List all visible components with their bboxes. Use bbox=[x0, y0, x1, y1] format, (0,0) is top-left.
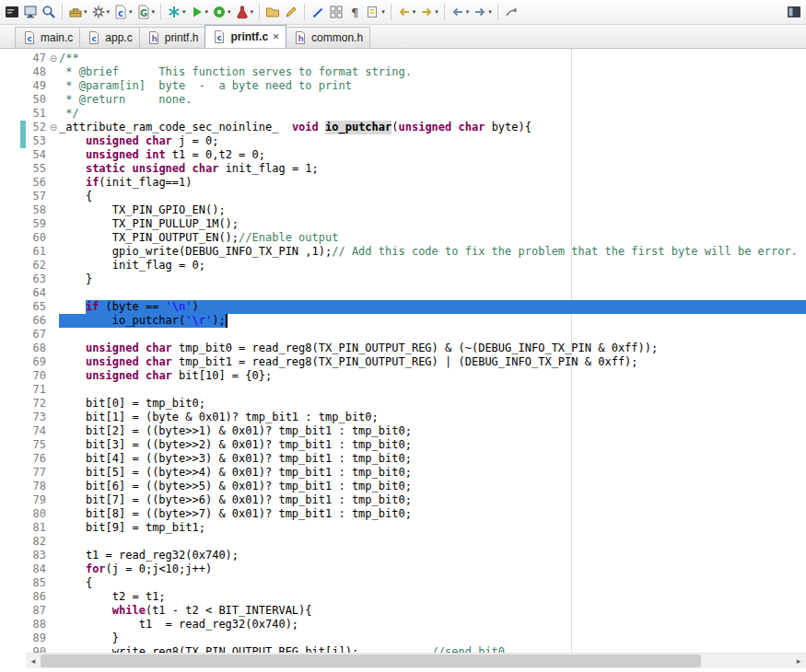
code-text[interactable]: bit[9] = tmp_bit1; bbox=[59, 521, 806, 535]
line-number[interactable]: 82 bbox=[26, 535, 48, 549]
run-config-button[interactable]: ▾ bbox=[210, 2, 233, 22]
code-text[interactable]: static unsigned char init_flag = 1; bbox=[59, 162, 806, 176]
line-number[interactable]: 58 bbox=[26, 203, 48, 217]
code-text[interactable]: /** bbox=[59, 52, 806, 65]
perspective-button[interactable] bbox=[785, 2, 803, 22]
code-editor[interactable]: 47⊖/**48 * @brief This function serves t… bbox=[0, 49, 806, 653]
code-text[interactable]: bit[3] = ((byte>>2) & 0x01)? tmp_bit1 : … bbox=[59, 438, 806, 452]
line-number[interactable]: 67 bbox=[26, 328, 48, 342]
code-text[interactable]: bit[5] = ((byte>>4) & 0x01)? tmp_bit1 : … bbox=[59, 466, 806, 480]
code-text[interactable]: t2 = t1; bbox=[59, 590, 806, 604]
code-text[interactable] bbox=[59, 328, 806, 342]
dropdown-arrow-icon[interactable]: ▾ bbox=[205, 8, 209, 16]
code-text[interactable]: bit[8] = ((byte>>7) & 0x01)? tmp_bit1 : … bbox=[59, 507, 806, 521]
line-number[interactable]: 90 bbox=[26, 645, 48, 653]
tab-printf-c[interactable]: cprintf.c× bbox=[204, 25, 286, 48]
line-number[interactable]: 52 bbox=[26, 121, 48, 134]
code-text[interactable]: bit[1] = (byte & 0x01)? tmp_bit1 : tmp_b… bbox=[59, 411, 806, 424]
pencil-button[interactable] bbox=[282, 2, 300, 22]
line-number[interactable]: 55 bbox=[26, 162, 48, 176]
dropdown-arrow-icon[interactable]: ▾ bbox=[182, 8, 186, 16]
code-text[interactable]: if(init_flag==1) bbox=[59, 176, 806, 190]
tab-app-c[interactable]: capp.c bbox=[79, 27, 139, 48]
pen-button[interactable] bbox=[309, 2, 327, 22]
code-text[interactable]: { bbox=[59, 190, 806, 203]
line-number[interactable]: 83 bbox=[26, 549, 48, 562]
codegen-button[interactable]: ▾ bbox=[89, 2, 112, 22]
nav-back-button[interactable]: ▾ bbox=[449, 2, 472, 22]
code-text[interactable]: } bbox=[59, 631, 806, 645]
line-number[interactable]: 66 bbox=[26, 314, 48, 328]
line-number[interactable]: 80 bbox=[26, 507, 48, 521]
code-text[interactable]: * @return none. bbox=[59, 93, 806, 107]
code-text[interactable] bbox=[59, 535, 806, 549]
scrollbar-thumb[interactable] bbox=[41, 655, 701, 667]
code-text[interactable]: unsigned char bit[10] = {0}; bbox=[59, 369, 806, 383]
code-text[interactable]: unsigned int t1 = 0,t2 = 0; bbox=[59, 148, 806, 162]
code-text[interactable]: while(t1 - t2 < BIT_INTERVAL){ bbox=[59, 604, 806, 618]
tab-printf-h[interactable]: hprintf.h bbox=[139, 27, 206, 48]
code-text[interactable]: bit[6] = ((byte>>5) & 0x01)? tmp_bit1 : … bbox=[59, 480, 806, 493]
line-number[interactable]: 78 bbox=[26, 480, 48, 493]
line-number[interactable]: 59 bbox=[26, 217, 48, 231]
grid-button[interactable] bbox=[327, 2, 345, 22]
line-number[interactable]: 84 bbox=[26, 562, 48, 576]
horizontal-scrollbar[interactable]: ◂ ▸ bbox=[26, 653, 806, 668]
scroll-right-arrow-icon[interactable]: ▸ bbox=[791, 656, 806, 666]
dropdown-arrow-icon[interactable]: ▾ bbox=[466, 8, 470, 16]
console-button[interactable] bbox=[3, 2, 21, 22]
code-text[interactable] bbox=[59, 286, 806, 300]
search-button[interactable] bbox=[40, 2, 58, 22]
line-number[interactable]: 65 bbox=[26, 300, 48, 314]
folder-button[interactable] bbox=[263, 2, 282, 22]
code-text[interactable]: unsigned char j = 0; bbox=[59, 134, 806, 148]
code-text[interactable]: bit[2] = ((byte>>1) & 0x01)? tmp_bit1 : … bbox=[59, 424, 806, 438]
code-text[interactable]: bit[4] = ((byte>>3) & 0x01)? tmp_bit1 : … bbox=[59, 452, 806, 466]
line-number[interactable]: 57 bbox=[26, 190, 48, 203]
line-number[interactable]: 77 bbox=[26, 466, 48, 480]
tab-common-h[interactable]: hcommon.h bbox=[286, 27, 370, 48]
line-number[interactable]: 75 bbox=[26, 438, 48, 452]
code-text[interactable]: */ bbox=[59, 107, 806, 121]
new-class-button[interactable]: G▾ bbox=[134, 2, 158, 22]
line-number[interactable]: 69 bbox=[26, 355, 48, 369]
tab-main-c[interactable]: cmain.c bbox=[15, 27, 80, 48]
monitor-button[interactable] bbox=[21, 2, 40, 22]
new-wizard-button[interactable]: ▾ bbox=[66, 2, 89, 22]
line-number[interactable]: 47 bbox=[26, 52, 48, 65]
line-number[interactable]: 73 bbox=[26, 411, 48, 424]
debug-button[interactable]: ▾ bbox=[165, 2, 188, 22]
code-text[interactable]: write_reg8(TX_PIN_OUTPUT_REG,bit[j]); //… bbox=[59, 645, 806, 653]
line-number[interactable]: 81 bbox=[26, 521, 48, 535]
dropdown-arrow-icon[interactable]: ▾ bbox=[381, 8, 385, 16]
dropdown-arrow-icon[interactable]: ▾ bbox=[488, 8, 492, 16]
line-number[interactable]: 50 bbox=[26, 93, 48, 107]
line-number[interactable]: 61 bbox=[26, 245, 48, 259]
line-number[interactable]: 68 bbox=[26, 342, 48, 355]
line-number[interactable]: 53 bbox=[26, 134, 48, 148]
line-number[interactable]: 62 bbox=[26, 259, 48, 272]
code-text[interactable]: for(j = 0;j<10;j++) bbox=[59, 562, 806, 576]
dropdown-arrow-icon[interactable]: ▾ bbox=[129, 8, 133, 16]
line-number[interactable]: 49 bbox=[26, 79, 48, 93]
code-text[interactable]: bit[7] = ((byte>>6) & 0x01)? tmp_bit1 : … bbox=[59, 493, 806, 507]
flask-button[interactable]: ▾ bbox=[233, 2, 256, 22]
code-text[interactable]: t1 = read_reg32(0x740); bbox=[59, 549, 806, 562]
line-number[interactable]: 51 bbox=[26, 107, 48, 121]
new-c-file-button[interactable]: c▾ bbox=[111, 2, 134, 22]
line-number[interactable]: 70 bbox=[26, 369, 48, 383]
scrollbar-track[interactable] bbox=[41, 654, 791, 668]
line-number[interactable]: 72 bbox=[26, 397, 48, 411]
line-number[interactable]: 87 bbox=[26, 604, 48, 618]
code-text[interactable]: * @param[in] byte - a byte need to print bbox=[59, 79, 806, 93]
last-edit-button[interactable] bbox=[502, 2, 520, 22]
code-text[interactable]: io_putchar('\r'); bbox=[59, 314, 806, 328]
dropdown-arrow-icon[interactable]: ▾ bbox=[251, 8, 254, 16]
code-text[interactable]: } bbox=[59, 272, 806, 286]
pilcrow-button[interactable]: ¶ bbox=[345, 2, 364, 22]
dropdown-arrow-icon[interactable]: ▾ bbox=[228, 8, 231, 16]
next-annotation-button[interactable]: ▾ bbox=[417, 2, 440, 22]
line-number[interactable]: 48 bbox=[26, 65, 48, 79]
mark-occurrences-button[interactable]: ▾ bbox=[364, 2, 387, 22]
dropdown-arrow-icon[interactable]: ▾ bbox=[435, 8, 438, 16]
